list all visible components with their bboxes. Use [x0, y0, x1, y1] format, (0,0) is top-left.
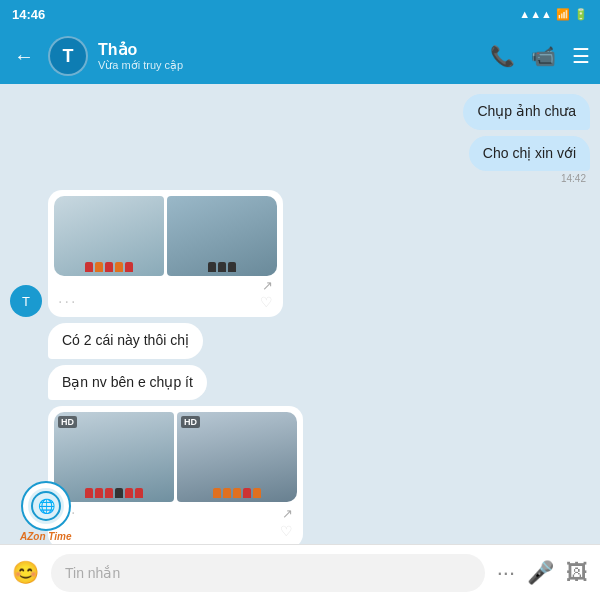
phone-icon[interactable]: 📞 [490, 44, 515, 68]
photo-grid [54, 196, 277, 276]
share-icon[interactable]: ↗ [54, 276, 277, 293]
photo-grid: HD HD [54, 412, 297, 502]
photo-item[interactable] [167, 196, 277, 276]
video-icon[interactable]: 📹 [531, 44, 556, 68]
emoji-icon[interactable]: 😊 [12, 560, 39, 586]
watermark-text: AZon Time [20, 531, 71, 542]
hd-badge: HD [58, 416, 77, 428]
battery-icon: 🔋 [574, 8, 588, 21]
wifi-icon: 📶 [556, 8, 570, 21]
message-row: Chụp ảnh chưa [10, 94, 590, 130]
heart-icon[interactable]: ♡ [260, 294, 273, 310]
message-bubble: Có 2 cái này thôi chị [48, 323, 203, 359]
watermark-logo: 🌐 [21, 481, 71, 531]
heart-icon[interactable]: ♡ [280, 523, 293, 539]
input-placeholder: Tin nhắn [65, 565, 120, 581]
message-bubble: Bạn nv bên e chụp ít [48, 365, 207, 401]
contact-info: Thảo Vừa mới truy cập [98, 40, 480, 72]
share-icon[interactable]: ↗ [282, 506, 293, 521]
contact-name: Thảo [98, 40, 480, 59]
photo-item[interactable]: HD [54, 412, 174, 502]
sender-avatar: T [10, 285, 42, 317]
sent-message: Chụp ảnh chưa [463, 94, 590, 130]
chat-area: Chụp ảnh chưa Cho chị xin với 14:42 T [0, 84, 600, 544]
menu-icon[interactable]: ☰ [572, 44, 590, 68]
contact-avatar: T [48, 36, 88, 76]
message-bubble: Chụp ảnh chưa [463, 94, 590, 130]
received-message: Bạn nv bên e chụp ít [48, 365, 207, 401]
status-icons: ▲▲▲ 📶 🔋 [519, 8, 588, 21]
status-time: 14:46 [12, 7, 45, 22]
chat-header: ← T Thảo Vừa mới truy cập 📞 📹 ☰ [0, 28, 600, 84]
message-row: HD HD [10, 406, 590, 544]
photo-item[interactable]: HD [177, 412, 297, 502]
hd-badge: HD [181, 416, 200, 428]
photo-message: ↗ ··· ♡ [48, 190, 283, 317]
header-actions: 📞 📹 ☰ [490, 44, 590, 68]
message-row: Có 2 cái này thôi chị [10, 323, 590, 359]
photo-item[interactable] [54, 196, 164, 276]
svg-text:🌐: 🌐 [37, 498, 55, 515]
received-message: Có 2 cái này thôi chị [48, 323, 203, 359]
status-bar: 14:46 ▲▲▲ 📶 🔋 [0, 0, 600, 28]
bottom-bar: 😊 Tin nhắn ··· 🎤 🖼 [0, 544, 600, 600]
photo-overlay [54, 484, 174, 502]
message-input[interactable]: Tin nhắn [51, 554, 485, 592]
contact-status: Vừa mới truy cập [98, 59, 480, 72]
more-icon[interactable]: ··· [58, 293, 77, 311]
photo-overlay [177, 484, 297, 502]
dots-icon[interactable]: ··· [497, 560, 515, 586]
signal-icon: ▲▲▲ [519, 8, 552, 20]
message-bubble: Cho chị xin với [469, 136, 590, 172]
message-row: Cho chị xin với 14:42 [10, 136, 590, 185]
sent-message: Cho chị xin với 14:42 [469, 136, 590, 185]
photo-container: HD HD [48, 406, 303, 544]
message-row: Bạn nv bên e chụp ít [10, 365, 590, 401]
photo-overlay [167, 258, 277, 276]
photo-message-2: HD HD [48, 406, 303, 544]
photo-container: ↗ ··· ♡ [48, 190, 283, 317]
watermark: 🌐 AZon Time [20, 481, 71, 542]
back-button[interactable]: ← [10, 41, 38, 72]
mic-icon[interactable]: 🎤 [527, 560, 554, 586]
image-icon[interactable]: 🖼 [566, 560, 588, 586]
message-row: T [10, 190, 590, 317]
message-time: 14:42 [469, 173, 590, 184]
photo-overlay [54, 258, 164, 276]
